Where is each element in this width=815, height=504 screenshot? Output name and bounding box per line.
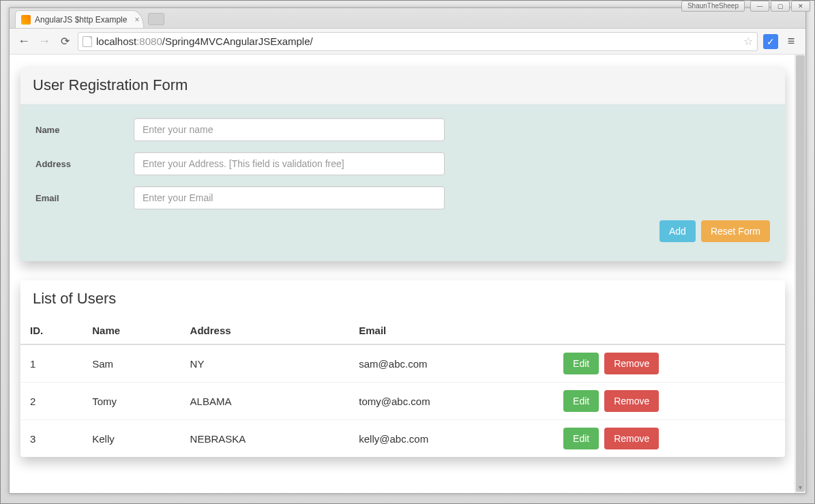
address-bar[interactable]: localhost:8080/Spring4MVCAngularJSExampl… bbox=[78, 32, 758, 51]
scrollbar-thumb[interactable] bbox=[796, 55, 805, 492]
name-label: Name bbox=[35, 125, 134, 135]
tab-close-icon[interactable]: × bbox=[134, 15, 139, 25]
tab-title: AngularJS $http Example bbox=[35, 15, 127, 25]
email-label: Email bbox=[35, 193, 134, 203]
window-close-button[interactable]: ✕ bbox=[791, 1, 810, 12]
cell-email: sam@abc.com bbox=[349, 344, 554, 383]
col-header-address: Address bbox=[181, 317, 350, 344]
cell-id: 3 bbox=[20, 420, 83, 458]
edit-button[interactable]: Edit bbox=[563, 390, 599, 412]
window-maximize-button[interactable]: ▢ bbox=[771, 1, 790, 12]
cell-id: 1 bbox=[20, 344, 83, 383]
back-button[interactable]: ← bbox=[16, 34, 31, 48]
cell-name: Tomy bbox=[83, 383, 180, 420]
registration-title: User Registration Form bbox=[20, 67, 785, 104]
cell-address: NY bbox=[181, 344, 350, 383]
cell-id: 2 bbox=[20, 383, 83, 420]
cell-email: tomy@abc.com bbox=[349, 383, 554, 420]
col-header-email: Email bbox=[349, 317, 554, 344]
browser-window: AngularJS $http Example × ← → ⟳ localhos… bbox=[9, 8, 806, 494]
users-table: ID. Name Address Email 1SamNYsam@abc.com… bbox=[20, 317, 785, 457]
window-user-tag: ShaunTheSheep bbox=[681, 1, 745, 12]
extension-check-icon[interactable]: ✓ bbox=[763, 34, 778, 49]
page-icon bbox=[83, 36, 92, 47]
cell-name: Sam bbox=[83, 344, 180, 383]
address-label: Address bbox=[35, 159, 134, 169]
browser-toolbar: ← → ⟳ localhost:8080/Spring4MVCAngularJS… bbox=[10, 29, 805, 55]
table-row: 3KellyNEBRASKAkelly@abc.comEditRemove bbox=[20, 420, 785, 458]
window-minimize-button[interactable]: — bbox=[750, 1, 769, 12]
remove-button[interactable]: Remove bbox=[604, 353, 659, 374]
name-input[interactable] bbox=[134, 118, 445, 141]
users-list-panel: List of Users ID. Name Address Email bbox=[20, 280, 785, 457]
browser-menu-icon[interactable]: ≡ bbox=[784, 34, 799, 48]
users-list-title: List of Users bbox=[20, 280, 785, 317]
col-header-id: ID. bbox=[20, 317, 83, 344]
address-input[interactable] bbox=[134, 152, 445, 175]
cell-name: Kelly bbox=[83, 420, 180, 458]
url-text: localhost:8080/Spring4MVCAngularJSExampl… bbox=[96, 35, 739, 47]
cell-address: NEBRASKA bbox=[181, 420, 350, 458]
forward-button[interactable]: → bbox=[37, 34, 52, 48]
registration-panel: User Registration Form Name Address Emai… bbox=[20, 67, 785, 261]
vertical-scrollbar[interactable]: ▾ bbox=[795, 55, 805, 493]
col-header-name: Name bbox=[83, 317, 180, 344]
add-button[interactable]: Add bbox=[660, 220, 696, 242]
scrollbar-down-icon[interactable]: ▾ bbox=[795, 481, 805, 492]
favicon-icon bbox=[21, 15, 31, 25]
cell-address: ALBAMA bbox=[181, 383, 350, 420]
reload-button[interactable]: ⟳ bbox=[57, 35, 72, 48]
table-row: 1SamNYsam@abc.comEditRemove bbox=[20, 344, 785, 383]
reset-form-button[interactable]: Reset Form bbox=[701, 220, 770, 242]
table-row: 2TomyALBAMAtomy@abc.comEditRemove bbox=[20, 383, 785, 420]
cell-email: kelly@abc.com bbox=[349, 420, 554, 458]
edit-button[interactable]: Edit bbox=[563, 353, 599, 374]
os-window: ShaunTheSheep — ▢ ✕ AngularJS $http Exam… bbox=[0, 0, 815, 504]
remove-button[interactable]: Remove bbox=[604, 428, 659, 449]
browser-tab-active[interactable]: AngularJS $http Example × bbox=[15, 10, 144, 28]
bookmark-star-icon[interactable]: ☆ bbox=[743, 35, 753, 48]
email-input[interactable] bbox=[134, 186, 445, 209]
edit-button[interactable]: Edit bbox=[563, 428, 599, 449]
remove-button[interactable]: Remove bbox=[604, 390, 659, 412]
page-viewport: User Registration Form Name Address Emai… bbox=[10, 55, 805, 493]
new-tab-button[interactable] bbox=[148, 13, 164, 25]
